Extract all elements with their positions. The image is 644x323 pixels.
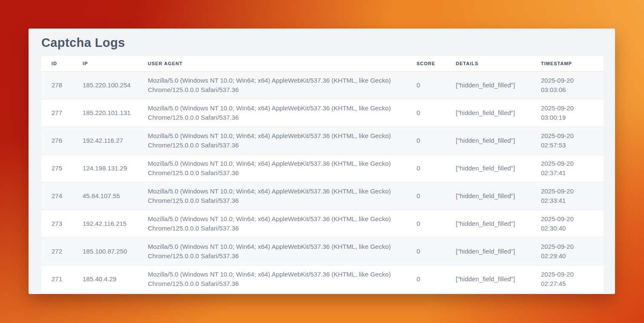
cell-details: ["hidden_field_filled"] <box>456 99 541 127</box>
cell-id: 275 <box>41 154 83 182</box>
cell-score: 0 <box>417 182 456 210</box>
table-row: 274 45.84.107.55 Mozilla/5.0 (Windows NT… <box>41 182 604 210</box>
cell-timestamp: 2025-09-20 03:00:19 <box>541 99 604 127</box>
cell-ip: 192.42.116.215 <box>83 210 148 237</box>
table-row: 275 124.198.131.29 Mozilla/5.0 (Windows … <box>41 154 604 182</box>
captcha-logs-table: ID IP USER AGENT SCORE DETAILS TIMESTAMP… <box>41 56 604 293</box>
cell-id: 277 <box>41 99 83 127</box>
column-header-score: SCORE <box>417 56 456 71</box>
cell-id: 274 <box>41 182 83 210</box>
cell-timestamp: 2025-09-20 02:29:40 <box>541 237 604 265</box>
cell-details: ["hidden_field_filled"] <box>456 210 541 237</box>
cell-ip: 185.220.100.254 <box>83 71 148 99</box>
captcha-logs-table-container[interactable]: ID IP USER AGENT SCORE DETAILS TIMESTAMP… <box>41 56 604 293</box>
table-row: 271 185.40.4.29 Mozilla/5.0 (Windows NT … <box>41 265 604 293</box>
cell-timestamp: 2025-09-20 02:37:41 <box>541 154 604 182</box>
cell-timestamp: 2025-09-20 02:27:45 <box>541 265 604 293</box>
page-background: { "page": { "title": "Captcha Logs" }, "… <box>0 0 644 323</box>
cell-score: 0 <box>417 71 456 99</box>
cell-timestamp: 2025-09-20 02:57:53 <box>541 127 604 154</box>
cell-user-agent: Mozilla/5.0 (Windows NT 10.0; Win64; x64… <box>148 154 417 182</box>
cell-ip: 185.100.87.250 <box>83 237 148 265</box>
cell-user-agent: Mozilla/5.0 (Windows NT 10.0; Win64; x64… <box>148 237 417 265</box>
captcha-logs-card: Captcha Logs ID IP USER AGENT SCORE DETA… <box>29 29 615 294</box>
cell-user-agent: Mozilla/5.0 (Windows NT 10.0; Win64; x64… <box>148 127 417 154</box>
cell-ip: 185.40.4.29 <box>83 265 148 293</box>
cell-ip: 124.198.131.29 <box>83 154 148 182</box>
column-header-ip: IP <box>83 56 148 71</box>
cell-id: 278 <box>41 71 83 99</box>
column-header-timestamp: TIMESTAMP <box>541 56 604 71</box>
cell-timestamp: 2025-09-20 02:33:41 <box>541 182 604 210</box>
cell-score: 0 <box>417 127 456 154</box>
cell-user-agent: Mozilla/5.0 (Windows NT 10.0; Win64; x64… <box>148 71 417 99</box>
cell-id: 271 <box>41 265 83 293</box>
cell-details: ["hidden_field_filled"] <box>456 154 541 182</box>
column-header-id: ID <box>41 56 83 71</box>
cell-score: 0 <box>417 265 456 293</box>
column-header-user-agent: USER AGENT <box>148 56 417 71</box>
cell-id: 272 <box>41 237 83 265</box>
cell-details: ["hidden_field_filled"] <box>456 237 541 265</box>
column-header-details: DETAILS <box>456 56 541 71</box>
cell-id: 273 <box>41 210 83 237</box>
table-header-row: ID IP USER AGENT SCORE DETAILS TIMESTAMP <box>41 56 604 71</box>
table-row: 278 185.220.100.254 Mozilla/5.0 (Windows… <box>41 71 604 99</box>
cell-ip: 192.42.116.27 <box>83 127 148 154</box>
cell-score: 0 <box>417 154 456 182</box>
cell-timestamp: 2025-09-20 02:30:40 <box>541 210 604 237</box>
cell-user-agent: Mozilla/5.0 (Windows NT 10.0; Win64; x64… <box>148 182 417 210</box>
cell-ip: 185.220.101.131 <box>83 99 148 127</box>
cell-score: 0 <box>417 210 456 237</box>
cell-score: 0 <box>417 99 456 127</box>
cell-score: 0 <box>417 237 456 265</box>
cell-timestamp: 2025-09-20 03:03:06 <box>541 71 604 99</box>
cell-user-agent: Mozilla/5.0 (Windows NT 10.0; Win64; x64… <box>148 210 417 237</box>
cell-id: 276 <box>41 127 83 154</box>
cell-user-agent: Mozilla/5.0 (Windows NT 10.0; Win64; x64… <box>148 99 417 127</box>
page-title: Captcha Logs <box>41 29 604 56</box>
table-row: 272 185.100.87.250 Mozilla/5.0 (Windows … <box>41 237 604 265</box>
table-row: 277 185.220.101.131 Mozilla/5.0 (Windows… <box>41 99 604 127</box>
table-row: 273 192.42.116.215 Mozilla/5.0 (Windows … <box>41 210 604 237</box>
cell-details: ["hidden_field_filled"] <box>456 71 541 99</box>
cell-details: ["hidden_field_filled"] <box>456 265 541 293</box>
cell-details: ["hidden_field_filled"] <box>456 182 541 210</box>
cell-details: ["hidden_field_filled"] <box>456 127 541 154</box>
cell-user-agent: Mozilla/5.0 (Windows NT 10.0; Win64; x64… <box>148 265 417 293</box>
cell-ip: 45.84.107.55 <box>83 182 148 210</box>
table-row: 276 192.42.116.27 Mozilla/5.0 (Windows N… <box>41 127 604 154</box>
